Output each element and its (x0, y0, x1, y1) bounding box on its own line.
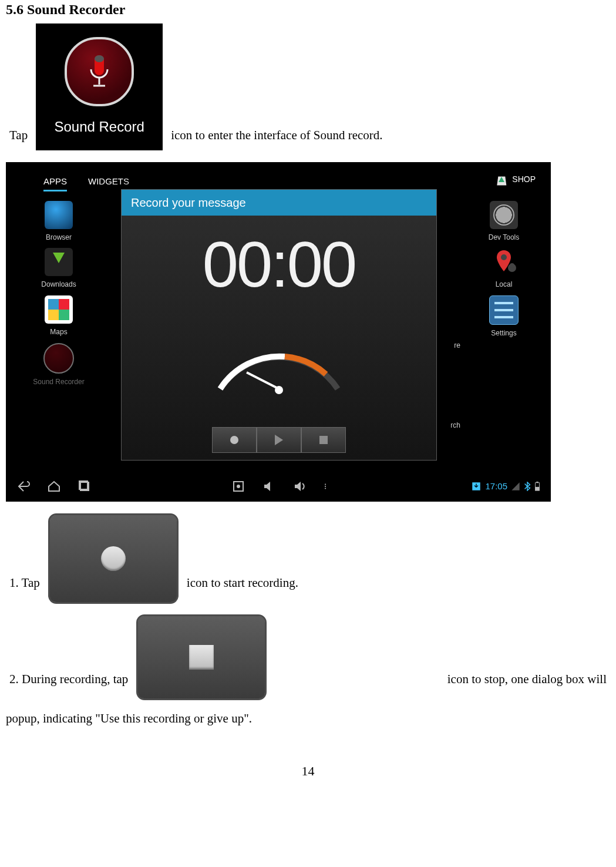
recorder-interface-screenshot: APPS WIDGETS SHOP Browser Downloads Maps… (6, 162, 551, 502)
recorder-app-icon (43, 343, 74, 374)
recent-apps-icon[interactable] (78, 479, 92, 493)
app-label: Dev Tools (489, 233, 519, 243)
app-browser[interactable]: Browser (26, 201, 92, 243)
step1-line: 1. Tap icon to start recording. (6, 513, 610, 604)
app-cut-label: rch (450, 421, 460, 431)
svg-rect-18 (536, 482, 538, 483)
svg-point-14 (325, 486, 326, 487)
svg-rect-1 (95, 55, 104, 62)
bluetooth-icon (524, 482, 531, 491)
download-icon (45, 248, 73, 276)
battery-icon (534, 482, 540, 491)
record-dot-icon (101, 546, 126, 571)
shop-label: SHOP (512, 174, 536, 186)
step2-post: icon to stop, one dialog box will (275, 664, 607, 694)
microphone-icon (87, 54, 111, 89)
record-button[interactable] (212, 427, 257, 453)
section-heading: 5.6 Sound Recorder (6, 0, 610, 20)
app-label: Browser (46, 233, 72, 243)
home-icon[interactable] (47, 479, 61, 493)
volume-down-icon[interactable] (262, 479, 276, 493)
app-label: Settings (491, 328, 516, 338)
app-label: Local (496, 280, 513, 290)
play-icon (275, 435, 283, 445)
volume-up-icon[interactable] (292, 479, 307, 493)
stop-button[interactable] (301, 427, 346, 453)
vu-meter (122, 310, 436, 427)
record-button-figure (48, 513, 179, 604)
tab-apps[interactable]: APPS (43, 175, 67, 191)
download-status-icon (471, 481, 482, 492)
svg-point-8 (275, 386, 283, 394)
screenshot-icon[interactable] (231, 479, 245, 493)
stop-button-figure (136, 614, 267, 700)
record-dot-icon (230, 436, 238, 444)
app-label: Downloads (41, 280, 76, 290)
recorder-timer: 00:00 (122, 219, 436, 310)
sliders-icon (489, 295, 519, 325)
globe-icon (45, 201, 73, 229)
tap-text-pre: Tap (9, 127, 28, 144)
signal-icon (511, 482, 520, 491)
tap-line: Tap Sound Record icon to enter the inter… (6, 23, 610, 150)
back-icon[interactable] (16, 479, 31, 493)
stop-square-icon (189, 645, 214, 670)
modal-title: Record your message (122, 190, 436, 216)
app-dev-tools[interactable]: Dev Tools (471, 201, 537, 243)
app-label: Maps (50, 327, 67, 337)
app-downloads[interactable]: Downloads (26, 248, 92, 290)
app-local[interactable]: Local (471, 248, 537, 290)
app-sound-recorder[interactable]: Sound Recorder (26, 343, 92, 387)
play-button[interactable] (257, 427, 301, 453)
pin-icon (490, 248, 518, 276)
app-cut-label: re (454, 341, 460, 351)
status-clock: 17:05 (485, 480, 507, 492)
step1-pre: 1. Tap (9, 568, 40, 597)
svg-point-13 (325, 483, 326, 485)
step2-pre: 2. During recording, tap (9, 664, 128, 694)
gear-icon (490, 201, 518, 229)
sound-record-app-label: Sound Record (54, 117, 144, 137)
sound-record-app-circle (65, 37, 134, 106)
step2-line1: 2. During recording, tap icon to stop, o… (6, 614, 610, 700)
maps-icon (45, 295, 73, 324)
svg-point-15 (325, 488, 326, 489)
stop-square-icon (319, 436, 328, 444)
shop-icon (496, 174, 507, 186)
page-number: 14 (6, 762, 610, 781)
svg-rect-19 (535, 486, 539, 490)
menu-dots-icon[interactable] (323, 479, 331, 493)
system-nav-bar: 17:05 (8, 473, 548, 499)
step1-post: icon to start recording. (187, 568, 298, 597)
sound-record-app-icon-figure: Sound Record (36, 23, 163, 150)
recorder-modal: Record your message 00:00 (121, 189, 437, 461)
svg-point-12 (237, 485, 240, 488)
shop-button[interactable]: SHOP (496, 174, 536, 186)
step2-line2: popup, indicating "Use this recording or… (6, 704, 610, 733)
tap-text-post: icon to enter the interface of Sound rec… (171, 127, 382, 144)
app-settings[interactable]: Settings (471, 295, 537, 338)
app-label: Sound Recorder (33, 377, 84, 387)
svg-point-4 (501, 254, 507, 260)
svg-point-6 (510, 263, 514, 268)
svg-line-7 (247, 372, 279, 389)
app-maps[interactable]: Maps (26, 295, 92, 337)
